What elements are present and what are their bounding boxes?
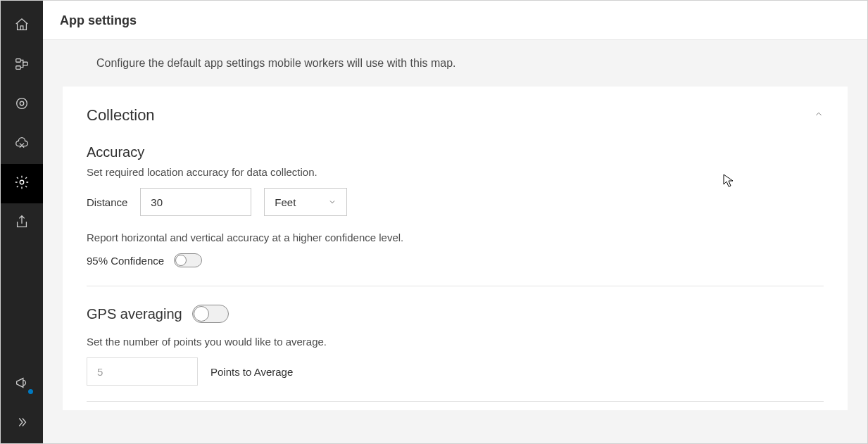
nav-settings[interactable] [1, 164, 43, 203]
expand-icon [14, 414, 30, 433]
collection-title: Collection [87, 106, 155, 125]
confidence-label: 95% Confidence [87, 255, 164, 267]
nav-home[interactable] [1, 6, 43, 46]
distance-label: Distance [87, 196, 127, 208]
gear-icon [14, 175, 30, 193]
report-desc: Report horizontal and vertical accuracy … [87, 231, 824, 243]
layers-icon [14, 56, 30, 75]
nav-offline[interactable] [1, 125, 43, 164]
collection-card: Collection Accuracy Set required locatio… [63, 87, 848, 410]
svg-rect-0 [16, 59, 20, 63]
svg-rect-1 [16, 66, 20, 70]
card-header[interactable]: Collection [87, 106, 824, 125]
home-icon [14, 17, 30, 35]
nav-announce[interactable] [1, 364, 43, 404]
accuracy-title: Accuracy [87, 144, 144, 160]
toggle-knob-icon [175, 255, 187, 266]
nav-expand[interactable] [1, 404, 43, 443]
header: App settings [43, 1, 867, 40]
nav-layers[interactable] [1, 46, 43, 85]
gps-title: GPS averaging [87, 306, 182, 322]
svg-point-4 [20, 101, 24, 106]
intro-text: Configure the default app settings mobil… [96, 57, 848, 70]
page-title: App settings [60, 13, 850, 28]
divider [87, 401, 824, 402]
nav-share[interactable] [1, 203, 43, 243]
gps-desc: Set the number of points you would like … [87, 336, 824, 348]
content: Configure the default app settings mobil… [43, 40, 867, 443]
svg-point-5 [20, 180, 24, 184]
confidence-toggle[interactable] [174, 253, 202, 267]
distance-input[interactable] [140, 188, 251, 216]
chevron-up-icon [814, 109, 824, 122]
toggle-knob-icon [194, 306, 209, 322]
unit-select[interactable]: Feet [264, 188, 347, 216]
points-label: Points to Average [210, 366, 293, 378]
divider [87, 286, 824, 286]
notification-dot-icon [28, 389, 33, 394]
points-input[interactable] [87, 357, 198, 386]
chevron-down-icon [328, 196, 336, 208]
unit-selected: Feet [275, 196, 296, 208]
cloud-icon [14, 135, 30, 153]
gps-toggle[interactable] [192, 305, 229, 323]
megaphone-icon [14, 375, 30, 393]
main: App settings Configure the default app s… [43, 1, 867, 443]
accuracy-desc: Set required location accuracy for data … [87, 166, 824, 178]
svg-point-3 [17, 99, 27, 109]
svg-rect-2 [23, 62, 27, 65]
sidebar [1, 1, 43, 443]
target-icon [14, 96, 30, 114]
share-icon [14, 214, 30, 232]
nav-target[interactable] [1, 85, 43, 125]
